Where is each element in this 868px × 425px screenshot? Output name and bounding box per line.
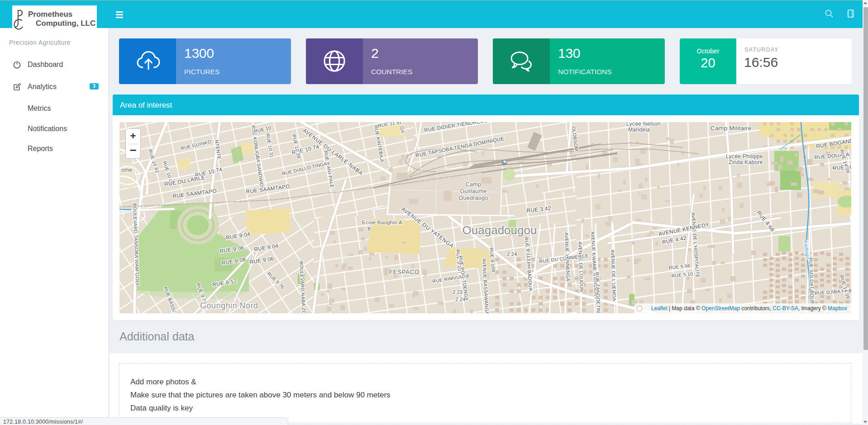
svg-text:Ouedraogo: Ouedraogo <box>458 195 488 201</box>
svg-text:Ouagadougou: Ouagadougou <box>463 223 537 237</box>
svg-text:Camp: Camp <box>466 181 482 188</box>
svg-text:Gounghin Nord: Gounghin Nord <box>200 301 258 310</box>
svg-text:Guillaume: Guillaume <box>460 188 487 194</box>
svg-text:Camp Militaire: Camp Militaire <box>711 125 751 132</box>
svg-text:2.24: 2.24 <box>455 297 466 302</box>
svg-text:B: B <box>367 226 371 231</box>
svg-text:Leaflet | Map data © OpenStree: Leaflet | Map data © OpenStreetMap contr… <box>651 305 847 312</box>
svg-text:2.22: 2.22 <box>453 289 463 295</box>
svg-text:FESPACO: FESPACO <box>389 269 420 275</box>
svg-text:Zinda Kaboré: Zinda Kaboré <box>729 159 763 165</box>
svg-text:Mandela: Mandela <box>628 127 650 133</box>
svg-text:ome: ome <box>121 167 132 173</box>
svg-text:2 24: 2 24 <box>507 251 517 257</box>
svg-text:Lycée Philippe: Lycée Philippe <box>726 153 763 160</box>
svg-text:École Baoghin A: École Baoghin A <box>362 220 402 225</box>
